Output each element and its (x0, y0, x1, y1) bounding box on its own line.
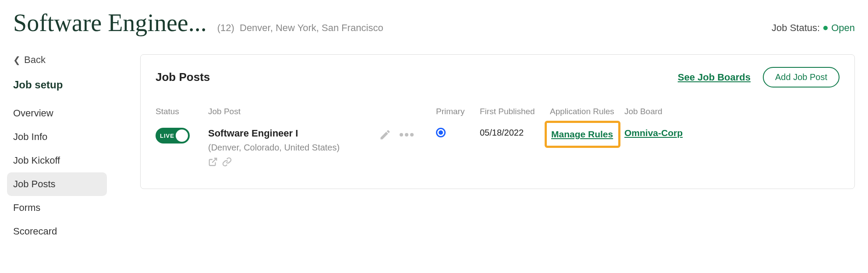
post-icons (208, 157, 436, 167)
post-location: (Denver, Colorado, United States) (208, 143, 436, 153)
panel-actions: See Job Boards Add Job Post (678, 67, 840, 88)
row-actions (379, 128, 436, 141)
cell-rules: Manage Rules (550, 128, 624, 148)
page-subtitle: (12) Denver, New York, San Francisco (217, 22, 383, 34)
sidebar-item-job-kickoff[interactable]: Job Kickoff (7, 149, 107, 172)
live-toggle[interactable]: LIVE (156, 128, 190, 144)
status-dot-icon (823, 26, 828, 30)
cell-post: Software Engineer I (Denver, Colorado, U… (208, 128, 436, 167)
page-title: Software Enginee... (13, 9, 207, 37)
header-status: Job Status: Open (772, 22, 855, 34)
add-job-post-button[interactable]: Add Job Post (763, 67, 840, 88)
svg-point-1 (400, 133, 403, 136)
header-left: Software Enginee... (12) Denver, New Yor… (13, 9, 383, 37)
status-label: Job Status: (772, 22, 820, 34)
back-link[interactable]: ❮ Back (13, 54, 101, 66)
col-rules: Application Rules (550, 107, 624, 116)
radio-dot-icon (439, 130, 443, 135)
manage-rules-link[interactable]: Manage Rules (551, 129, 613, 139)
sidebar-item-scorecard[interactable]: Scorecard (7, 220, 107, 243)
svg-line-0 (212, 158, 216, 163)
sidebar-item-forms[interactable]: Forms (7, 196, 107, 220)
live-label: LIVE (160, 133, 174, 139)
job-count: (12) (217, 22, 234, 33)
cell-board: Omniva-Corp (624, 128, 840, 138)
content-row: ❮ Back Job setup Overview Job Info Job K… (13, 54, 855, 243)
col-status: Status (156, 107, 208, 116)
sidebar: ❮ Back Job setup Overview Job Info Job K… (13, 54, 101, 243)
panel-header: Job Posts See Job Boards Add Job Post (156, 67, 840, 88)
col-primary: Primary (436, 107, 480, 116)
cell-status: LIVE (156, 128, 208, 144)
panel-title: Job Posts (156, 70, 210, 84)
table-header: Status Job Post Primary First Published … (156, 107, 840, 116)
sidebar-item-job-posts[interactable]: Job Posts (7, 172, 107, 196)
external-link-icon[interactable] (208, 157, 218, 167)
status-value: Open (831, 22, 855, 34)
sidebar-heading: Job setup (13, 79, 101, 91)
col-board: Job Board (624, 107, 840, 116)
toggle-knob-icon (176, 130, 188, 142)
svg-point-2 (405, 133, 408, 136)
chevron-left-icon: ❮ (13, 55, 21, 65)
svg-point-3 (410, 133, 414, 136)
sidebar-item-job-info[interactable]: Job Info (7, 125, 107, 149)
cell-published: 05/18/2022 (480, 128, 550, 138)
col-published: First Published (480, 107, 550, 116)
job-board-link[interactable]: Omniva-Corp (624, 128, 683, 138)
table-row: LIVE Software Engineer I (Denver, Colora… (156, 128, 840, 167)
job-locations: Denver, New York, San Francisco (240, 22, 383, 33)
job-posts-panel: Job Posts See Job Boards Add Job Post St… (140, 54, 855, 189)
col-post: Job Post (208, 107, 436, 116)
rules-highlight: Manage Rules (545, 121, 620, 148)
more-icon[interactable] (399, 133, 414, 137)
primary-radio[interactable] (436, 128, 446, 137)
link-icon[interactable] (222, 157, 232, 167)
page-header: Software Enginee... (12) Denver, New Yor… (13, 9, 855, 37)
cell-primary (436, 128, 480, 137)
pencil-icon[interactable] (379, 129, 391, 141)
back-label: Back (24, 54, 46, 66)
see-job-boards-link[interactable]: See Job Boards (678, 72, 751, 83)
sidebar-item-overview[interactable]: Overview (7, 102, 107, 125)
